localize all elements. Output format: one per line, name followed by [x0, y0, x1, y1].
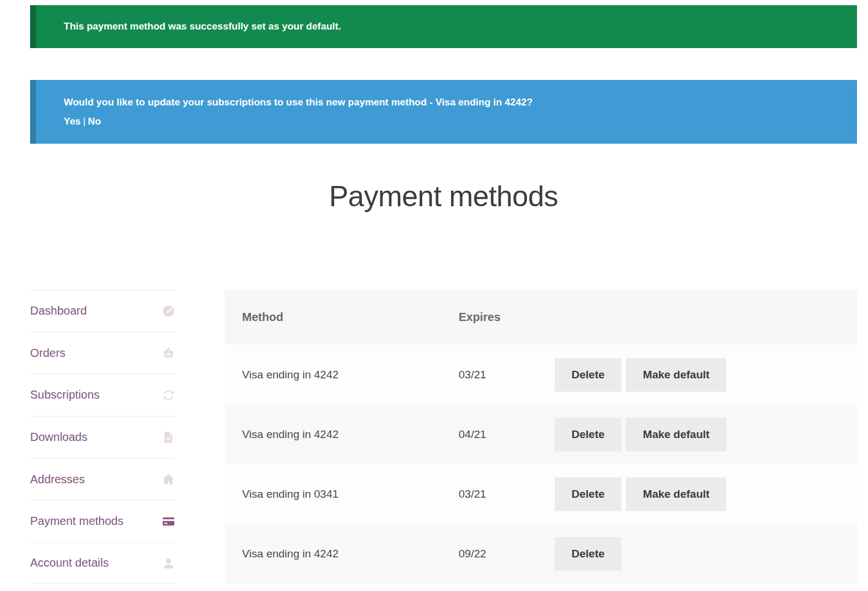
delete-button[interactable]: Delete — [555, 477, 621, 511]
table-row: Visa ending in 4242 09/22 Delete — [225, 524, 857, 583]
method-cell: Visa ending in 4242 — [225, 345, 441, 404]
sidebar-item-payment-methods[interactable]: Payment methods — [30, 500, 175, 542]
subscription-update-question: Would you like to update your subscripti… — [64, 93, 857, 112]
delete-button[interactable]: Delete — [555, 537, 621, 571]
credit-card-icon — [162, 515, 175, 528]
expires-cell: 04/21 — [441, 404, 555, 464]
sidebar-item-addresses[interactable]: Addresses — [30, 458, 175, 500]
sidebar-item-label: Account details — [30, 556, 109, 570]
make-default-button[interactable]: Make default — [626, 418, 726, 451]
make-default-button[interactable]: Make default — [626, 358, 726, 392]
sidebar-item-account-details[interactable]: Account details — [30, 542, 175, 585]
payment-methods-section: Method Expires Visa ending in 4242 03/21… — [225, 290, 857, 583]
file-icon — [162, 431, 175, 444]
gauge-icon — [162, 304, 175, 318]
sidebar-item-subscriptions[interactable]: Subscriptions — [30, 374, 175, 416]
delete-button[interactable]: Delete — [555, 418, 621, 451]
column-header-expires: Expires — [441, 290, 555, 345]
sidebar-item-downloads[interactable]: Downloads — [30, 416, 175, 458]
actions-cell: Delete Make default — [555, 464, 857, 524]
sync-icon — [162, 388, 175, 402]
method-cell: Visa ending in 0341 — [225, 464, 441, 524]
choice-separator: | — [80, 116, 87, 127]
home-icon — [162, 472, 175, 486]
account-navigation: Dashboard Orders Subscriptions Downloads… — [30, 290, 175, 584]
sidebar-item-label: Addresses — [30, 473, 85, 486]
sidebar-item-label: Subscriptions — [30, 388, 100, 402]
success-notice: This payment method was successfully set… — [30, 5, 857, 48]
sidebar-item-label: Orders — [30, 346, 65, 360]
table-row: Visa ending in 4242 04/21 Delete Make de… — [225, 404, 857, 464]
expires-cell: 03/21 — [441, 464, 555, 524]
method-cell: Visa ending in 4242 — [225, 524, 441, 583]
method-cell: Visa ending in 4242 — [225, 404, 441, 464]
subscription-update-notice: Would you like to update your subscripti… — [30, 80, 857, 144]
basket-icon — [162, 346, 175, 360]
table-row: Visa ending in 4242 03/21 Delete Make de… — [225, 345, 857, 404]
expires-cell: 03/21 — [441, 345, 555, 404]
page-title: Payment methods — [30, 174, 857, 219]
actions-cell: Delete Make default — [555, 345, 857, 404]
success-notice-text: This payment method was successfully set… — [64, 21, 857, 32]
payment-methods-table: Method Expires Visa ending in 4242 03/21… — [225, 290, 857, 583]
sidebar-item-label: Dashboard — [30, 304, 87, 318]
actions-cell: Delete — [555, 524, 857, 583]
table-row: Visa ending in 0341 03/21 Delete Make de… — [225, 464, 857, 524]
subscription-update-choices: Yes|No — [64, 112, 857, 131]
actions-cell: Delete Make default — [555, 404, 857, 464]
no-link[interactable]: No — [88, 116, 101, 127]
sidebar-item-dashboard[interactable]: Dashboard — [30, 290, 175, 332]
sidebar-item-orders[interactable]: Orders — [30, 332, 175, 374]
delete-button[interactable]: Delete — [555, 358, 621, 392]
sidebar-item-label: Downloads — [30, 431, 87, 444]
sidebar-item-label: Payment methods — [30, 515, 123, 528]
user-icon — [162, 556, 175, 570]
column-header-method: Method — [225, 290, 441, 345]
make-default-button[interactable]: Make default — [626, 477, 726, 511]
expires-cell: 09/22 — [441, 524, 555, 583]
column-header-actions — [555, 290, 857, 345]
yes-link[interactable]: Yes — [64, 116, 80, 127]
table-header-row: Method Expires — [225, 290, 857, 345]
